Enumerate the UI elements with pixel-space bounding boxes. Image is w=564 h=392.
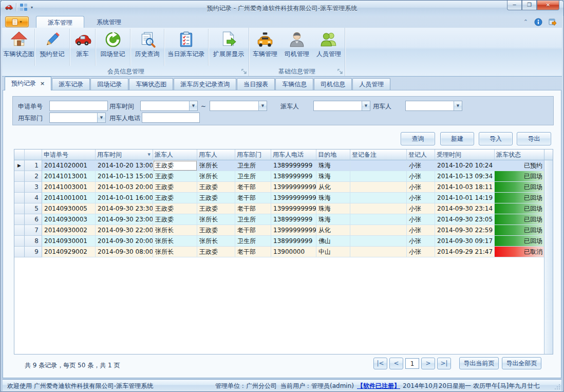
cell-request_no[interactable]: 20140930003 xyxy=(42,214,96,225)
ribbon-tab-系统管理[interactable]: 系统管理 xyxy=(85,16,133,28)
cell-destination[interactable]: 珠海 xyxy=(316,203,350,214)
table-row[interactable]: 8201409300012014-09-30 20:00张所长张所长卫生所138… xyxy=(14,236,553,247)
cell-request_no[interactable]: 20140930001 xyxy=(42,236,96,247)
row-indicator[interactable] xyxy=(14,193,25,203)
pager-first-button[interactable]: |< xyxy=(373,358,387,369)
column-header-目的地[interactable]: 目的地 xyxy=(316,150,350,160)
dialog-launcher-icon[interactable] xyxy=(241,68,247,74)
cell-user[interactable]: 王政委 xyxy=(197,193,235,203)
cell-dispatcher[interactable]: 张所长 xyxy=(153,236,197,247)
doc-tab-派车记录[interactable]: 派车记录 xyxy=(52,78,90,90)
table-row[interactable]: 7201409300022014-09-30 22:00张所长王政委老干部139… xyxy=(14,225,553,236)
row-indicator[interactable] xyxy=(14,225,25,236)
cell-remark[interactable] xyxy=(350,214,407,225)
pager-last-button[interactable]: >| xyxy=(437,358,451,369)
cell-request_no[interactable]: 20141001001 xyxy=(42,193,96,203)
row-number[interactable]: 4 xyxy=(25,193,42,203)
ribbon-button-司机管理[interactable]: 司机管理 xyxy=(281,29,313,66)
cell-use_time[interactable]: 2014-09-30 20:00 xyxy=(96,236,153,247)
new-button[interactable]: 新建 xyxy=(440,132,474,145)
table-row[interactable]: 3201410030012014-10-03 20:00王政委王政委老干部139… xyxy=(14,182,553,193)
column-header-用车人电话[interactable]: 用车人电话 xyxy=(271,150,316,160)
status-badge[interactable]: 已回场 xyxy=(495,236,545,247)
doc-tab-预约记录[interactable]: 预约记录× xyxy=(5,77,51,90)
row-indicator[interactable] xyxy=(14,203,25,214)
cell-use_time[interactable]: 2014-10-20 13:00 xyxy=(96,160,153,171)
cell-accept_time[interactable]: 2014-10-03 18:11 xyxy=(435,182,495,193)
cell-user_phone[interactable]: 13999999999 xyxy=(271,203,316,214)
cell-registrar[interactable]: 小张 xyxy=(407,225,435,236)
row-number[interactable]: 1 xyxy=(25,160,42,171)
status-badge[interactable]: 已回场 xyxy=(495,171,545,182)
chevron-down-icon[interactable]: ▼ xyxy=(258,101,267,110)
cell-accept_time[interactable]: 2014-09-30 22:59 xyxy=(435,225,495,236)
cell-dispatcher[interactable]: 王政委 xyxy=(153,203,197,214)
cell-user_phone[interactable]: 13999999999 xyxy=(271,182,316,193)
status-badge[interactable]: 已回场 xyxy=(495,182,545,193)
cell-accept_time[interactable]: 2014-10-20 10:24 xyxy=(435,160,495,171)
doc-tab-回场记录[interactable]: 回场记录 xyxy=(90,78,128,90)
cell-department[interactable]: 老干部 xyxy=(235,247,271,257)
cell-remark[interactable] xyxy=(350,225,407,236)
cell-user[interactable]: 张所长 xyxy=(197,214,235,225)
cell-user_phone[interactable]: 1389999999 xyxy=(271,214,316,225)
collapse-ribbon-icon[interactable]: ⌃ xyxy=(523,20,528,25)
cell-department[interactable]: 老干部 xyxy=(235,182,271,193)
cell-user[interactable]: 王政委 xyxy=(197,225,235,236)
export-current-page-button[interactable]: 导出当前页 xyxy=(459,357,499,369)
cell-use_time[interactable]: 2014-09-30 23:30 xyxy=(96,203,153,214)
row-number[interactable]: 8 xyxy=(25,236,42,247)
cell-destination[interactable]: 珠海 xyxy=(316,171,350,182)
cell-destination[interactable]: 珠海 xyxy=(316,160,350,171)
ribbon-button-车辆管理[interactable]: 车辆管理 xyxy=(249,29,281,66)
cell-user[interactable]: 王政委 xyxy=(197,247,235,257)
ribbon-button-车辆状态图[interactable]: 车辆状态图 xyxy=(3,29,35,66)
cell-remark[interactable] xyxy=(350,182,407,193)
close-button[interactable]: ✕ xyxy=(537,1,559,10)
ribbon-button-历史查询[interactable]: 历史查询 xyxy=(130,29,164,66)
cell-request_no[interactable]: 20140930005 xyxy=(42,203,96,214)
cell-registrar[interactable]: 小张 xyxy=(407,236,435,247)
column-header-派车人[interactable]: 派车人 xyxy=(153,150,197,160)
restore-button[interactable]: ❐ xyxy=(522,1,537,10)
table-row[interactable]: 6201409300032014-09-30 23:00王政委张所长卫生所138… xyxy=(14,214,553,225)
cell-dispatcher[interactable]: 张所长 xyxy=(153,247,197,257)
query-button[interactable]: 查询 xyxy=(401,132,435,145)
cell-department[interactable]: 老干部 xyxy=(235,203,271,214)
cell-user[interactable]: 张所长 xyxy=(197,171,235,182)
cell-dispatcher[interactable]: 王政委 xyxy=(153,193,197,203)
cell-accept_time[interactable]: 2014-10-01 14:19 xyxy=(435,193,495,203)
cell-accept_time[interactable]: 2014-09-30 23:14 xyxy=(435,203,495,214)
cell-registrar[interactable]: 小张 xyxy=(407,203,435,214)
column-header-用车人[interactable]: 用车人 xyxy=(197,150,235,160)
row-indicator[interactable] xyxy=(14,236,25,247)
cell-destination[interactable]: 珠海 xyxy=(316,214,350,225)
cell-use_time[interactable]: 2014-09-30 22:00 xyxy=(96,225,153,236)
user-combo[interactable]: ▼ xyxy=(405,101,462,111)
pager-prev-button[interactable]: < xyxy=(389,358,403,369)
ribbon-button-预约登记[interactable]: 预约登记 xyxy=(35,29,70,66)
cell-user[interactable]: 张所长 xyxy=(197,236,235,247)
filter-arrow-icon[interactable]: ▼ xyxy=(148,150,151,160)
cell-dispatcher[interactable]: 王政委 xyxy=(153,182,197,193)
cell-remark[interactable] xyxy=(350,193,407,203)
chevron-down-icon[interactable]: ▼ xyxy=(454,101,462,110)
cell-accept_time[interactable]: 2014-09-30 23:05 xyxy=(435,214,495,225)
cell-user[interactable]: 王政委 xyxy=(197,203,235,214)
vertical-scrollbar[interactable] xyxy=(544,150,553,354)
license-link[interactable]: 【软件已注册】 xyxy=(357,382,400,390)
row-number[interactable]: 3 xyxy=(25,182,42,193)
cell-accept_time[interactable]: 2014-09-29 21:47 xyxy=(435,247,495,257)
chevron-down-icon[interactable]: ▼ xyxy=(362,101,370,110)
row-number[interactable]: 2 xyxy=(25,171,42,182)
cell-accept_time[interactable]: 2014-09-30 09:17 xyxy=(435,236,495,247)
table-row[interactable]: 9201409290022014-09-30 08:00张所长王政委老干部139… xyxy=(14,247,553,257)
pager-next-button[interactable]: > xyxy=(421,358,435,369)
table-row[interactable]: 5201409300052014-09-30 23:30王政委王政委老干部139… xyxy=(14,203,553,214)
chevron-down-icon[interactable]: ▼ xyxy=(189,101,197,110)
column-header-用车时间[interactable]: 用车时间▼ xyxy=(96,150,153,160)
column-header-登记人[interactable]: 登记人 xyxy=(407,150,435,160)
column-header-登记备注[interactable]: 登记备注 xyxy=(350,150,407,160)
chevron-down-icon[interactable]: ▼ xyxy=(97,113,105,122)
cell-department[interactable]: 卫生所 xyxy=(235,171,271,182)
